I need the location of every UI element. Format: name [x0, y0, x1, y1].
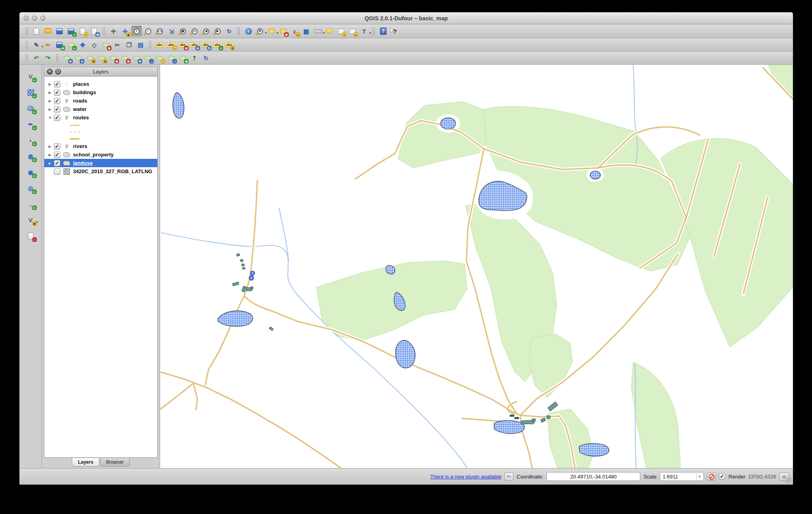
node-tool-button[interactable]: ◇	[89, 40, 99, 50]
split-features-button[interactable]: ∕	[154, 53, 165, 63]
add-postgis-layer-button[interactable]: +	[25, 103, 36, 114]
layer-visibility-checkbox[interactable]: ✓	[54, 81, 60, 87]
expand-arrow-icon[interactable]: ▶	[48, 144, 52, 148]
expand-arrow-icon[interactable]: ▶	[48, 107, 52, 111]
labeling-button[interactable]: abc	[154, 40, 165, 50]
minimize-window-button[interactable]	[32, 16, 37, 21]
add-feature-button[interactable]: +	[66, 40, 76, 50]
new-plugin-link[interactable]: There is a new plugin available	[430, 474, 501, 480]
label-properties-button[interactable]: abc⚙	[224, 40, 234, 50]
select-features-button[interactable]: ➤▾	[266, 26, 277, 36]
layer-item-landuse[interactable]: ▶✓landuse	[44, 159, 157, 167]
zoom-to-layer-button[interactable]: ▭	[189, 26, 200, 36]
label-highlight-button[interactable]: abc✖	[178, 40, 188, 50]
zoom-to-selection-button[interactable]: ▣	[178, 26, 188, 36]
merge-attributes-button[interactable]: ⇡	[189, 53, 200, 63]
help-contents-button[interactable]: ?	[378, 26, 388, 36]
add-delimited-text-layer-button[interactable]: ,+	[25, 199, 36, 210]
label-pin-button[interactable]: abc•	[166, 40, 176, 50]
scale-combo[interactable]: 1:6911 ▼	[660, 472, 704, 481]
text-annotation-button[interactable]: T▾	[359, 26, 369, 36]
open-attribute-table-button[interactable]: ▦	[301, 26, 311, 36]
add-ring-button[interactable]: ❄	[85, 53, 95, 63]
reshape-features-button[interactable]: ✎	[131, 53, 142, 63]
zoom-window-button[interactable]	[40, 16, 46, 21]
pan-map-button[interactable]: ✛	[108, 26, 119, 36]
simplify-feature-button[interactable]: ▾	[73, 53, 84, 63]
layer-item-routes[interactable]: ▼✓Vroutes	[44, 113, 157, 122]
undo-button[interactable]: ↶	[31, 53, 42, 63]
rotate-point-symbols-button[interactable]: ↻	[201, 53, 211, 63]
render-checkbox[interactable]: ✓	[719, 473, 725, 480]
identify-features-button[interactable]: i	[243, 26, 254, 36]
new-bookmark-button[interactable]: +	[336, 26, 346, 36]
save-project-button[interactable]	[54, 26, 65, 36]
expand-arrow-icon[interactable]: ▶	[48, 91, 52, 95]
zoom-in-button[interactable]: +	[131, 26, 142, 36]
layer-visibility-checkbox[interactable]: ✓	[54, 143, 60, 150]
paste-features-button[interactable]: ▤	[135, 40, 146, 50]
add-vector-layer-button[interactable]: V+	[25, 71, 36, 82]
delete-part-button[interactable]: ✖	[120, 53, 130, 63]
add-spatialite-layer-button[interactable]: ✒+	[25, 119, 36, 130]
copy-features-button[interactable]: ❐	[124, 40, 134, 50]
cut-features-button[interactable]: ✂	[112, 40, 123, 50]
add-mssql-layer-button[interactable]: ◗+	[25, 135, 36, 146]
resize-grip[interactable]	[785, 477, 792, 483]
offset-curve-button[interactable]: →	[143, 53, 153, 63]
close-window-button[interactable]	[24, 16, 29, 21]
expand-arrow-icon[interactable]: ▼	[48, 116, 52, 120]
expand-arrow-icon[interactable]: ▶	[48, 99, 52, 103]
layer-item-rivers[interactable]: ▶✓Vrivers	[44, 142, 157, 150]
run-feature-action-button[interactable]: ⚙▾	[255, 26, 265, 36]
save-layer-edits-button[interactable]: ✏	[54, 40, 65, 50]
layer-visibility-checkbox[interactable]: ✓	[54, 89, 60, 96]
remove-layer-button[interactable]: −	[25, 231, 36, 241]
open-project-button[interactable]	[43, 26, 53, 36]
scale-dropdown-arrow[interactable]: ▼	[696, 473, 703, 480]
measure-line-button[interactable]: ▾	[313, 26, 323, 36]
merge-features-button[interactable]: ⊕	[178, 53, 188, 63]
layer-item-3420C_2010_327_RGB_LATLNG[interactable]: 3420C_2010_327_RGB_LATLNG	[44, 167, 157, 176]
plugin-icon[interactable]: ✄	[505, 472, 513, 480]
refresh-map-button[interactable]: ↻	[224, 26, 234, 36]
add-wcs-layer-button[interactable]: ◉+	[25, 167, 36, 178]
text-annotation-dropdown-arrow[interactable]: ▾	[369, 31, 371, 35]
redo-button[interactable]: ↷	[43, 53, 53, 63]
zoom-actual-button[interactable]: 1:1	[154, 26, 165, 36]
whats-this-button[interactable]: ?	[390, 26, 400, 36]
fill-ring-button[interactable]: ❄	[97, 53, 107, 63]
zoom-next-button[interactable]: ▶	[212, 26, 223, 36]
save-project-as-button[interactable]: +	[66, 26, 76, 36]
layer-visibility-checkbox[interactable]: ✓	[54, 152, 60, 158]
title-bar[interactable]: QGIS 2.0.1-Dufour – basic_map	[20, 12, 793, 24]
layer-item-roads[interactable]: ▶✓Vroads	[44, 97, 157, 105]
show-bookmarks-button[interactable]: ▸	[347, 26, 358, 36]
add-wfs-layer-button[interactable]: ◎+	[25, 183, 36, 194]
composer-manager-button[interactable]: ⚙	[89, 26, 99, 36]
new-shapefile-layer-button[interactable]: V✱▾	[25, 215, 36, 225]
tab-layers[interactable]: Layers	[72, 458, 99, 467]
rotate-feature-button[interactable]: ↻	[62, 53, 72, 63]
new-print-composer-button[interactable]: +	[77, 26, 88, 36]
zoom-last-button[interactable]: ◀	[201, 26, 211, 36]
delete-ring-button[interactable]: ✖	[108, 53, 119, 63]
toggle-editing-button[interactable]: ✏	[43, 40, 53, 50]
add-wms-layer-button[interactable]: ◍+	[25, 151, 36, 162]
zoom-full-button[interactable]: ⇲	[166, 26, 176, 36]
label-change-button[interactable]: abc+	[212, 40, 223, 50]
layer-visibility-checkbox[interactable]: ✓	[54, 98, 60, 104]
layer-visibility-checkbox[interactable]	[54, 168, 60, 175]
layer-visibility-checkbox[interactable]: ✓	[54, 106, 60, 113]
expand-arrow-icon[interactable]: ▶	[48, 82, 52, 86]
layer-item-buildings[interactable]: ▶✓buildings	[44, 88, 157, 97]
expand-arrow-icon[interactable]: ▶	[48, 153, 52, 157]
new-shapefile-layer-dropdown-arrow[interactable]: ▾	[36, 220, 38, 224]
layer-item-school_property[interactable]: ▶✓school_property	[44, 150, 157, 159]
new-project-button[interactable]	[31, 26, 42, 36]
split-parts-button[interactable]: ∕	[166, 53, 176, 63]
move-feature-button[interactable]: ✥	[77, 40, 88, 50]
layer-visibility-checkbox[interactable]: ✓	[54, 115, 60, 121]
layer-item-water[interactable]: ▶✓water	[44, 105, 157, 113]
tab-browser[interactable]: Browser	[100, 458, 130, 467]
